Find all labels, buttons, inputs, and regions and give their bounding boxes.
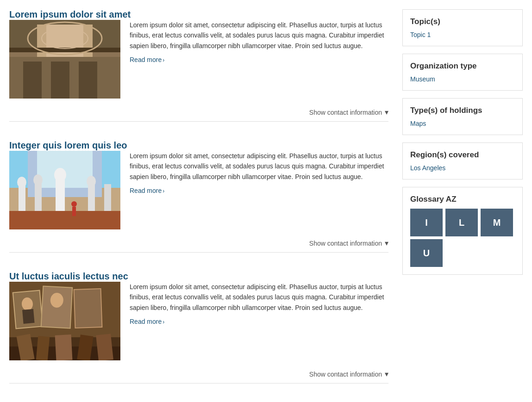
article-2-text: Lorem ipsum dolor sit amet, consectetur … [130,151,388,229]
read-more-arrow-icon: › [163,57,164,63]
article-1-read-more[interactable]: Read more› [130,55,164,65]
article-1-text: Lorem ipsum dolor sit amet, consectetur … [130,20,388,99]
article-2-item: Integer quis lorem quis leo [9,140,388,271]
svg-rect-43 [96,334,113,360]
sidebar-holdings-link[interactable]: Maps [410,120,426,127]
svg-rect-26 [72,207,76,216]
glossary-btn-I[interactable]: I [410,209,443,236]
svg-rect-6 [51,62,69,99]
svg-rect-40 [36,336,50,360]
svg-rect-31 [22,309,35,324]
article-2-contact-row[interactable]: Show contact information ▾ [9,234,388,253]
sidebar-holdings-box: Type(s) of holdings Maps [402,98,523,135]
svg-rect-7 [79,62,97,99]
article-2-image [9,151,120,229]
sidebar-org-box: Organization type Museum [402,54,523,91]
sidebar-topics-box: Topic(s) Topic 1 [402,9,523,46]
article-1-body: Lorem ipsum dolor sit amet, consectetur … [9,20,388,99]
chevron-down-icon: ▾ [385,108,388,117]
sidebar-regions-link[interactable]: Los Angeles [410,164,445,172]
article-1-title[interactable]: Lorem ipsum dolor sit amet [9,9,131,19]
read-more-arrow-2-icon: › [163,188,164,194]
sidebar-glossary-box: Glossary AZ I L M U [402,187,523,275]
chevron-down-2-icon: ▾ [385,239,388,247]
svg-point-21 [54,168,66,182]
svg-point-19 [33,174,43,186]
sidebar-org-title: Organization type [410,62,515,71]
chevron-down-3-icon: ▾ [385,370,388,378]
svg-point-23 [87,176,96,187]
svg-rect-41 [55,334,73,360]
article-3-image [9,282,120,360]
article-3-read-more[interactable]: Read more› [130,316,164,327]
article-3-item: Ut luctus iaculis lectus nec [9,271,388,402]
article-item: Lorem ipsum dolor sit amet [9,9,388,140]
read-more-arrow-3-icon: › [163,319,164,325]
article-1-contact-label: Show contact information [309,109,382,116]
main-content: Lorem ipsum dolor sit amet [9,9,388,402]
svg-rect-36 [75,289,102,328]
article-3-text: Lorem ipsum dolor sit amet, consectetur … [130,282,388,360]
glossary-btn-M[interactable]: M [481,209,513,236]
svg-point-25 [71,201,77,207]
article-2-body: Lorem ipsum dolor sit amet, consectetur … [9,151,388,229]
sidebar-topic-1-link[interactable]: Topic 1 [410,31,431,38]
sidebar-regions-box: Region(s) covered Los Angeles [402,142,523,179]
svg-rect-15 [9,211,120,229]
article-3-contact-label: Show contact information [309,371,382,378]
sidebar-topics-title: Topic(s) [410,17,515,26]
glossary-btn-U[interactable]: U [410,239,443,267]
svg-point-17 [17,177,26,188]
article-2-read-more[interactable]: Read more› [130,186,164,196]
sidebar-glossary-title: Glossary AZ [410,195,515,204]
sidebar: Topic(s) Topic 1 Organization type Museu… [402,9,523,402]
page-wrapper: Lorem ipsum dolor sit amet [0,0,532,402]
article-2-contact-label: Show contact information [309,240,382,247]
sidebar-holdings-title: Type(s) of holdings [410,106,515,115]
article-3-body: Lorem ipsum dolor sit amet, consectetur … [9,282,388,360]
sidebar-org-link[interactable]: Museum [410,75,435,83]
article-3-title[interactable]: Ut luctus iaculis lectus nec [9,271,128,281]
glossary-btn-L[interactable]: L [445,209,478,236]
article-1-contact-row[interactable]: Show contact information ▾ [9,103,388,122]
article-2-title[interactable]: Integer quis lorem quis leo [9,140,127,150]
article-3-contact-row[interactable]: Show contact information ▾ [9,365,388,383]
svg-rect-24 [104,184,111,211]
article-1-image [9,20,120,99]
glossary-grid: I L M U [410,209,515,267]
sidebar-regions-title: Region(s) covered [410,150,515,160]
svg-rect-5 [23,62,42,99]
